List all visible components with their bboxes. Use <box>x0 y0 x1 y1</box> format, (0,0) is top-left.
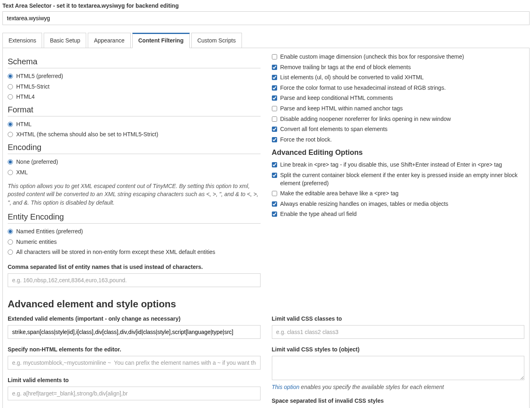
option-check-row[interactable]: Parse and keep HTML within named anchor … <box>272 105 525 113</box>
adv-check-checkbox[interactable] <box>272 191 277 196</box>
encoding-option-label: None (preferred) <box>16 158 58 166</box>
extended-valid-label: Extended valid elements (important - onl… <box>8 315 261 322</box>
option-check-checkbox[interactable] <box>272 85 277 91</box>
option-check-label: Force the color format to use hexadecima… <box>280 84 446 92</box>
tab-basic-setup[interactable]: Basic Setup <box>44 33 86 48</box>
option-check-row[interactable]: Disable adding noopener noreferrer for l… <box>272 115 525 123</box>
schema-radio[interactable] <box>8 94 13 99</box>
adv-check-row[interactable]: Always enable resizing handles on images… <box>272 200 525 208</box>
tab-appearance[interactable]: Appearance <box>88 33 131 48</box>
tab-custom-scripts[interactable]: Custom Scripts <box>191 33 242 48</box>
nonhtml-elements-label: Specify non-HTML elements for the editor… <box>8 346 261 353</box>
advanced-element-heading: Advanced element and style options <box>8 298 524 310</box>
adv-check-label: Split the current container block elemen… <box>280 171 525 187</box>
option-check-label: Parse and keep conditional HTML comments <box>280 94 393 102</box>
limit-valid-elements-label: Limit valid elements to <box>8 377 261 383</box>
adv-check-label: Always enable resizing handles on images… <box>280 200 449 208</box>
entity-option-label: Named Entities (preferred) <box>16 228 83 236</box>
encoding-heading: Encoding <box>8 143 261 154</box>
textarea-selector-label: Text Area Selector - set it to textarea.… <box>2 2 530 9</box>
option-check-row[interactable]: List elements (ul, ol) should be convert… <box>272 74 525 82</box>
css-styles-note: This option enables you specify the avai… <box>272 384 525 390</box>
limit-css-classes-input[interactable] <box>272 325 525 339</box>
adv-check-checkbox[interactable] <box>272 201 277 207</box>
schema-option[interactable]: HTML5 (preferred) <box>8 72 261 80</box>
schema-option-label: HTML5 (preferred) <box>16 72 63 80</box>
entity-option[interactable]: Named Entities (preferred) <box>8 228 261 236</box>
format-heading: Format <box>8 105 261 116</box>
entity-option-label: Numeric entities <box>16 238 57 246</box>
option-check-checkbox[interactable] <box>272 75 277 80</box>
tab-extensions[interactable]: Extensions <box>2 33 42 48</box>
entity-radio[interactable] <box>8 249 13 255</box>
option-check-checkbox[interactable] <box>272 65 277 70</box>
schema-option-label: HTML5-Strict <box>16 83 49 91</box>
adv-check-checkbox[interactable] <box>272 173 277 178</box>
adv-check-checkbox[interactable] <box>272 162 277 167</box>
limit-valid-elements-input[interactable] <box>8 387 261 400</box>
encoding-option[interactable]: XML <box>8 169 261 177</box>
format-option-label: HTML <box>16 120 32 129</box>
option-check-label: Convert all font elements to span elemen… <box>280 125 388 133</box>
entity-radio[interactable] <box>8 239 13 245</box>
entity-encoding-heading: Entity Encoding <box>8 212 261 224</box>
invalid-css-styles-label: Space separated list of invalid CSS styl… <box>272 397 525 404</box>
option-check-label: Disable adding noopener noreferrer for l… <box>280 115 451 123</box>
format-option[interactable]: XHTML (the schema should also be set to … <box>8 131 261 139</box>
adv-check-label: Enable the type ahead url field <box>280 210 357 218</box>
schema-heading: Schema <box>8 57 261 68</box>
this-option-link[interactable]: This option <box>272 384 299 390</box>
entity-list-label: Comma separated list of entity names tha… <box>8 264 261 270</box>
option-check-row[interactable]: Parse and keep conditional HTML comments <box>272 94 525 102</box>
encoding-radio[interactable] <box>8 170 13 175</box>
option-check-checkbox[interactable] <box>272 54 277 59</box>
option-check-row[interactable]: Remove trailing br tags at the end of bl… <box>272 63 525 72</box>
encoding-option[interactable]: None (preferred) <box>8 158 261 166</box>
adv-check-label: Make the editable area behave like a <pr… <box>280 190 399 198</box>
limit-css-styles-textarea[interactable] <box>272 356 525 380</box>
schema-option[interactable]: HTML4 <box>8 93 261 101</box>
format-radio[interactable] <box>8 132 13 137</box>
schema-radio[interactable] <box>8 84 13 89</box>
advanced-editing-heading: Advanced Editing Options <box>272 148 525 157</box>
entity-option-label: All characters will be stored in non-ent… <box>16 248 215 256</box>
option-check-label: Remove trailing br tags at the end of bl… <box>280 63 411 72</box>
option-check-row[interactable]: Force the color format to use hexadecima… <box>272 84 525 92</box>
adv-check-row[interactable]: Enable the type ahead url field <box>272 210 525 218</box>
textarea-selector-input[interactable] <box>2 11 530 25</box>
limit-css-styles-label: Limit valid CSS styles to (object) <box>272 346 525 353</box>
adv-check-checkbox[interactable] <box>272 211 277 217</box>
option-check-checkbox[interactable] <box>272 95 277 101</box>
extended-valid-input[interactable] <box>8 325 261 339</box>
option-check-row[interactable]: Force the root block. <box>272 136 525 144</box>
entity-radio[interactable] <box>8 229 13 234</box>
option-check-label: List elements (ul, ol) should be convert… <box>280 74 424 82</box>
encoding-radio[interactable] <box>8 159 13 165</box>
adv-check-row[interactable]: Make the editable area behave like a <pr… <box>272 190 525 198</box>
option-check-label: Force the root block. <box>280 136 332 144</box>
entity-list-input[interactable] <box>8 273 261 287</box>
option-check-row[interactable]: Enable custom image dimension (uncheck t… <box>272 53 525 61</box>
option-check-checkbox[interactable] <box>272 106 277 111</box>
option-check-label: Enable custom image dimension (uncheck t… <box>280 53 464 61</box>
schema-option-label: HTML4 <box>16 93 35 101</box>
option-check-checkbox[interactable] <box>272 137 277 142</box>
option-check-row[interactable]: Convert all font elements to span elemen… <box>272 125 525 133</box>
option-check-label: Parse and keep HTML within named anchor … <box>280 105 403 113</box>
format-option[interactable]: HTML <box>8 120 261 129</box>
entity-option[interactable]: Numeric entities <box>8 238 261 246</box>
schema-option[interactable]: HTML5-Strict <box>8 83 261 91</box>
adv-check-row[interactable]: Split the current container block elemen… <box>272 171 525 187</box>
nonhtml-elements-input[interactable] <box>8 356 261 370</box>
option-check-checkbox[interactable] <box>272 127 277 132</box>
entity-option[interactable]: All characters will be stored in non-ent… <box>8 248 261 256</box>
schema-radio[interactable] <box>8 74 13 79</box>
tab-content-filtering[interactable]: Content Filtering <box>132 33 190 48</box>
encoding-help: This option allows you to get XML escape… <box>8 182 261 207</box>
format-radio[interactable] <box>8 122 13 127</box>
option-check-checkbox[interactable] <box>272 116 277 122</box>
format-option-label: XHTML (the schema should also be set to … <box>16 131 158 139</box>
adv-check-row[interactable]: Line break in <pre> tag - if you disable… <box>272 161 525 169</box>
adv-check-label: Line break in <pre> tag - if you disable… <box>280 161 502 169</box>
limit-css-classes-label: Limit valid CSS classes to <box>272 315 525 322</box>
